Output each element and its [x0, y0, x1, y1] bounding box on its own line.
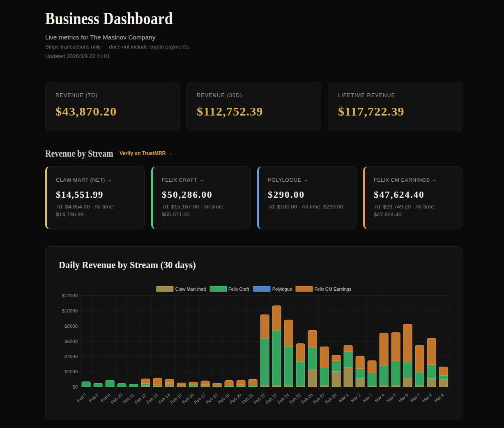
svg-text:Mar 1: Mar 1 [338, 392, 350, 403]
svg-text:Mar 3: Mar 3 [362, 392, 373, 403]
svg-text:Feb 12: Feb 12 [133, 392, 147, 404]
svg-text:Claw Mart (net): Claw Mart (net) [175, 287, 206, 292]
svg-text:Feb 10: Feb 10 [110, 392, 123, 404]
svg-text:$4000: $4000 [64, 354, 78, 359]
svg-text:Feb 8: Feb 8 [88, 392, 99, 403]
svg-text:Feb 15: Feb 15 [169, 392, 183, 404]
svg-text:Feb 21: Feb 21 [241, 392, 254, 404]
svg-text:$8000: $8000 [64, 323, 78, 328]
svg-text:Feb 19: Feb 19 [217, 392, 230, 404]
svg-text:Mar 9: Mar 9 [433, 392, 445, 403]
svg-text:Feb 24: Feb 24 [276, 392, 290, 404]
svg-text:$10000: $10000 [62, 308, 78, 313]
svg-text:Mar 2: Mar 2 [350, 392, 361, 403]
svg-text:Mar 7: Mar 7 [410, 392, 421, 403]
svg-text:$0: $0 [72, 384, 78, 389]
svg-text:Feb 16: Feb 16 [181, 392, 195, 404]
svg-text:Feb 17: Feb 17 [193, 392, 207, 404]
svg-text:Polylogue: Polylogue [272, 287, 292, 292]
svg-text:$12000: $12000 [62, 293, 78, 298]
svg-text:Feb 22: Feb 22 [253, 392, 266, 404]
svg-text:Feb 14: Feb 14 [157, 392, 171, 404]
svg-text:Felix CM Earnings: Felix CM Earnings [315, 287, 352, 292]
svg-text:Feb 25: Feb 25 [288, 392, 302, 404]
svg-text:Feb 23: Feb 23 [265, 392, 278, 404]
svg-text:$6000: $6000 [64, 338, 78, 343]
svg-text:Feb 9: Feb 9 [100, 392, 111, 403]
svg-text:Feb 13: Feb 13 [145, 392, 159, 404]
svg-text:Feb 18: Feb 18 [205, 392, 219, 404]
svg-text:Feb 7: Feb 7 [76, 392, 87, 403]
svg-text:$2000: $2000 [64, 369, 78, 374]
svg-text:Felix Craft: Felix Craft [228, 287, 249, 292]
svg-text:Mar 8: Mar 8 [421, 392, 433, 403]
svg-text:Feb 27: Feb 27 [312, 392, 326, 404]
svg-text:Feb 28: Feb 28 [324, 392, 338, 404]
svg-text:Feb 26: Feb 26 [300, 392, 314, 404]
svg-text:Mar 5: Mar 5 [386, 392, 397, 403]
svg-text:Feb 20: Feb 20 [229, 392, 242, 404]
svg-text:Mar 4: Mar 4 [374, 392, 385, 403]
svg-text:Feb 11: Feb 11 [122, 392, 135, 404]
svg-text:Mar 6: Mar 6 [398, 392, 409, 403]
